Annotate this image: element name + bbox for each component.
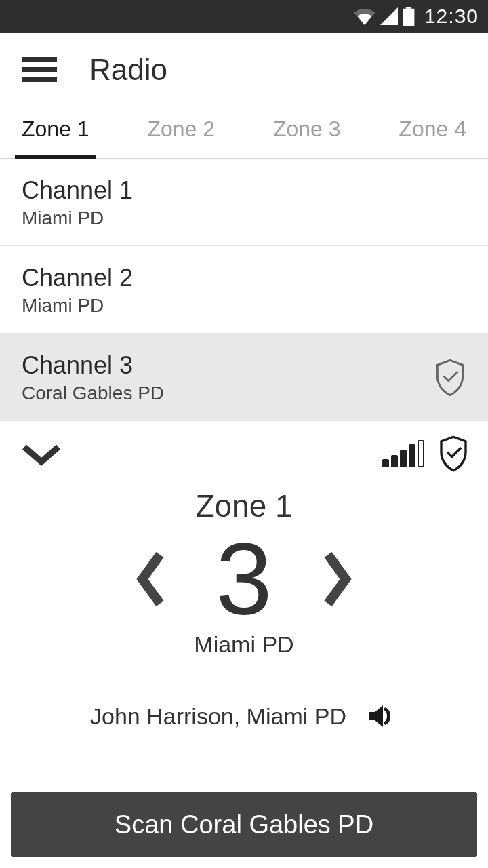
svg-rect-3 <box>22 67 57 72</box>
shield-check-icon <box>438 435 469 472</box>
tab-zone-1[interactable]: Zone 1 <box>22 107 89 158</box>
tab-zone-3[interactable]: Zone 3 <box>273 107 341 158</box>
channel-title: Channel 3 <box>22 351 164 380</box>
page-title: Radio <box>89 53 167 87</box>
chevron-right-icon[interactable] <box>321 545 354 613</box>
channel-item[interactable]: Channel 1 Miami PD <box>0 159 488 246</box>
menu-icon[interactable] <box>22 57 57 83</box>
signal-strength-icon <box>382 440 424 467</box>
speaker-icon[interactable] <box>365 700 398 732</box>
channel-subtitle: Miami PD <box>22 295 133 317</box>
wifi-icon <box>354 7 375 25</box>
status-time: 12:30 <box>424 5 479 28</box>
status-bar: 12:30 <box>0 0 488 33</box>
caller-name: John Harrison, Miami PD <box>90 703 346 730</box>
cellular-icon <box>380 7 399 25</box>
channel-selector: 3 <box>0 528 488 630</box>
svg-rect-4 <box>22 77 57 82</box>
channel-list: Channel 1 Miami PD Channel 2 Miami PD Ch… <box>0 159 488 421</box>
control-header <box>0 421 488 475</box>
tab-zone-2[interactable]: Zone 2 <box>147 107 215 158</box>
channel-item[interactable]: Channel 3 Coral Gables PD <box>0 334 488 421</box>
channel-title: Channel 2 <box>22 264 133 292</box>
current-pd-label: Miami PD <box>0 631 488 658</box>
tab-zone-4[interactable]: Zone 4 <box>399 107 466 158</box>
chevron-left-icon[interactable] <box>134 545 167 613</box>
scan-button[interactable]: Scan Coral Gables PD <box>11 792 477 857</box>
svg-rect-2 <box>22 57 57 62</box>
channel-item[interactable]: Channel 2 Miami PD <box>0 246 488 334</box>
chevron-down-icon[interactable] <box>19 440 64 467</box>
svg-rect-0 <box>406 7 411 9</box>
battery-icon <box>403 7 415 26</box>
app-bar: Radio <box>0 33 488 107</box>
caller-row: John Harrison, Miami PD <box>0 700 488 732</box>
svg-rect-1 <box>403 9 415 26</box>
channel-subtitle: Coral Gables PD <box>22 382 164 404</box>
zone-tabs: Zone 1 Zone 2 Zone 3 Zone 4 <box>0 107 488 159</box>
channel-number: 3 <box>216 528 272 630</box>
channel-title: Channel 1 <box>22 176 133 205</box>
current-zone-label: Zone 1 <box>0 488 488 524</box>
channel-subtitle: Miami PD <box>22 208 133 229</box>
shield-check-icon <box>434 359 466 397</box>
